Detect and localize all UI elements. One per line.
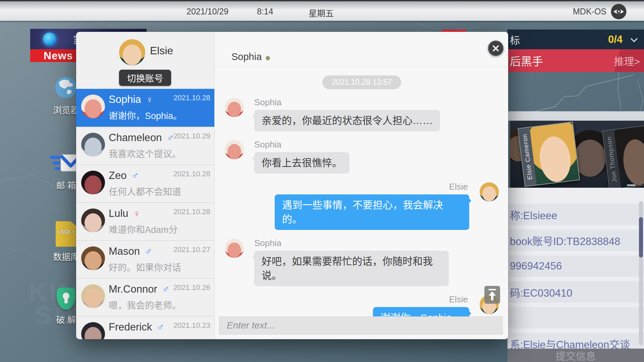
info-row-phone: 996942456 [507, 255, 644, 277]
contact-avatar [81, 322, 105, 339]
female-symbol-icon: ♀ [146, 94, 153, 105]
info-row-password: 码:EC030410 [507, 281, 644, 303]
info-row-nickname: 称:Elsieee [507, 204, 644, 225]
browser-globe-icon [55, 76, 77, 99]
sql-badge: <SQL> [57, 229, 75, 235]
system-time: 8:14 [257, 7, 273, 16]
message-row: Elsie 谢谢你，Sophia。 [223, 294, 500, 316]
contact-date: 2021.10.27 [173, 245, 210, 254]
male-symbol-icon: ♂ [131, 170, 139, 181]
contact-name: Frederick [109, 321, 152, 333]
close-window-button[interactable] [488, 41, 503, 56]
contact-row-zeo[interactable]: Zeo ♂ 2021.10.28 任何人都不会知道 [76, 165, 214, 202]
contact-avatar [81, 284, 105, 308]
info-row-relation: 系:Elsie与Chameleon交谈 [507, 333, 644, 349]
switch-account-button[interactable]: 切换账号 [119, 70, 171, 86]
contact-avatar [81, 246, 105, 270]
card-portrait [530, 122, 579, 185]
contact-row-mason[interactable]: Mason ♂ 2021.10.27 好的。如果你对话 [76, 240, 214, 278]
timestamp-pill: 2021.10.28 13:57 [322, 75, 401, 89]
contact-preview: 任何人都不会知道 [109, 185, 208, 198]
scroll-to-top-button[interactable] [484, 286, 500, 304]
male-symbol-icon: ♂ [145, 246, 152, 257]
character-card-jon[interactable]: Jon Thompson [602, 125, 644, 188]
info-row-empty [507, 307, 644, 328]
objective-header: 标 0/4 [507, 29, 644, 49]
contact-name: Lulu [109, 207, 128, 219]
scroll-top-arrow-icon [484, 286, 500, 304]
system-top-bar: 2021/10/29 8:14 星期五 MDK-OS [0, 0, 644, 21]
message-sender: Sophia [254, 238, 500, 248]
news-label: News [44, 50, 73, 62]
message-bubble: 你看上去很憔悴。 [254, 152, 350, 174]
message-sender: Elsie [223, 294, 468, 305]
message-bubble: 谢谢你，Sophia。 [373, 307, 469, 316]
message-sender: Sophia [254, 97, 500, 108]
contact-name: Sophia [109, 94, 141, 105]
online-status-dot [266, 56, 270, 60]
contact-preview: 谢谢你，Sophia。 [109, 109, 208, 122]
message-avatar [480, 182, 499, 201]
contact-name: Zeo [109, 170, 126, 181]
deduce-link[interactable]: 推理> [614, 53, 640, 68]
contact-name: Mr.Connor [109, 283, 157, 295]
system-weekday: 星期五 [309, 7, 334, 19]
contact-list-column: Elsie 切换账号 Sophia ♀ 2021.10.28 谢谢你，Sophi… [76, 32, 215, 339]
objective-title-partial: 标 [510, 32, 520, 47]
contact-list: Sophia ♀ 2021.10.28 谢谢你，Sophia。 Chameleo… [76, 89, 214, 339]
contact-row-connor[interactable]: Mr.Connor ♂ 2021.10.26 嗯，我会的老师。 [76, 278, 214, 316]
contact-row-lulu[interactable]: Lulu ♀ 2021.10.28 难道你和Adam分 [76, 202, 214, 240]
contact-name: Mason [109, 245, 140, 257]
contact-date: 2021.10.26 [173, 283, 210, 292]
contact-row-frederick[interactable]: Frederick ♂ 2021.10.23 [76, 316, 214, 339]
switch-account-label: 切换账号 [127, 71, 163, 84]
carousel-scroll-indicator [627, 184, 636, 186]
panel-scrollbar-thumb[interactable] [639, 217, 643, 257]
message-avatar [225, 239, 244, 258]
male-symbol-icon: ♂ [157, 322, 164, 333]
submit-info-button[interactable]: 提交信息 [507, 349, 644, 362]
character-card-elsie[interactable]: Elsie Cameron [518, 122, 580, 187]
chat-app-window: Elsie 切换账号 Sophia ♀ 2021.10.28 谢谢你，Sophi… [76, 32, 508, 339]
objective-progress: 0/4 [608, 34, 623, 46]
character-card-carousel[interactable]: Elsie Cameron Jon Thompson [510, 121, 644, 188]
message-bubble: 亲爱的，你最近的状态很令人担心…… [254, 110, 440, 131]
os-name: MDK-OS [573, 7, 606, 16]
contact-preview: 嗯，我会的老师。 [109, 298, 208, 311]
contact-preview: 好的。如果你对话 [109, 260, 208, 274]
chevron-down-icon[interactable] [631, 35, 638, 42]
contact-date: 2021.10.28 [173, 94, 210, 102]
contact-row-sophia[interactable]: Sophia ♀ 2021.10.28 谢谢你，Sophia。 [76, 89, 214, 127]
message-row: Sophia 亲爱的，你最近的状态很令人担心…… [223, 97, 500, 131]
submit-info-label: 提交信息 [556, 348, 596, 362]
message-input[interactable] [226, 320, 496, 331]
contact-date: 2021.10.28 [173, 170, 210, 178]
contact-name: Chameleon [109, 132, 162, 143]
message-bubble: 遇到一些事情，不要担心，我会解决的。 [275, 194, 469, 230]
message-row: Sophia 好吧，如果需要帮忙的话，你随时和我说。 [223, 238, 500, 286]
game-screen: KIN SC 2021/10/29 8:14 星期五 MDK-OS 家 News… [0, 0, 644, 362]
mdk-os-eye-icon [611, 4, 627, 19]
contact-row-chameleon[interactable]: Chameleon ♂ 2021.10.29 我喜欢这个提议。 [76, 127, 214, 165]
conversation-column: Sophia 2021.10.28 13:57 Sophia 亲爱的，你最近的状… [215, 32, 508, 339]
system-date: 2021/10/29 [186, 7, 228, 16]
sql-file-icon: <SQL> [56, 221, 76, 247]
message-avatar [225, 140, 244, 159]
objective-text-partial: 后黑手 [510, 53, 543, 69]
contact-avatar [81, 208, 105, 232]
contact-date: 2021.10.29 [173, 132, 210, 140]
message-bubble: 好吧，如果需要帮忙的话，你随时和我说。 [254, 251, 449, 286]
account-avatar [119, 39, 145, 65]
contact-avatar [81, 133, 105, 157]
female-symbol-icon: ♀ [133, 208, 141, 219]
objective-ribbon: 后黑手 推理> [507, 49, 644, 72]
account-name: Elsie [150, 45, 173, 57]
contact-avatar [81, 95, 105, 118]
conversation-header: Sophia [215, 32, 508, 67]
message-avatar [225, 98, 244, 117]
message-scroll-area[interactable]: 2021.10.28 13:57 Sophia 亲爱的，你最近的状态很令人担心…… [215, 67, 508, 316]
news-globe-icon [43, 33, 56, 46]
shield-keyhole-icon [57, 288, 75, 310]
contact-date: 2021.10.23 [173, 321, 210, 330]
male-symbol-icon: ♂ [162, 284, 169, 295]
